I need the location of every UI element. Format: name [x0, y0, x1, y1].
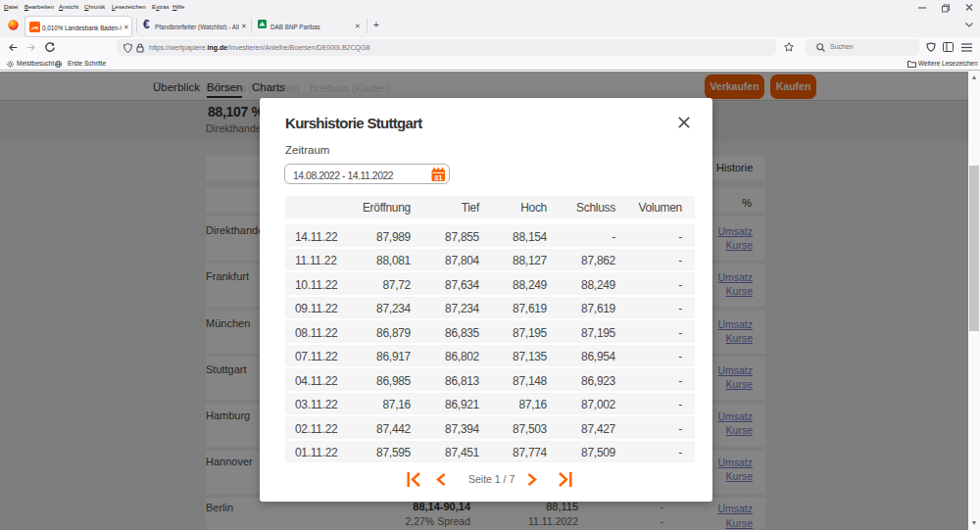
svg-text:31: 31: [434, 173, 443, 182]
